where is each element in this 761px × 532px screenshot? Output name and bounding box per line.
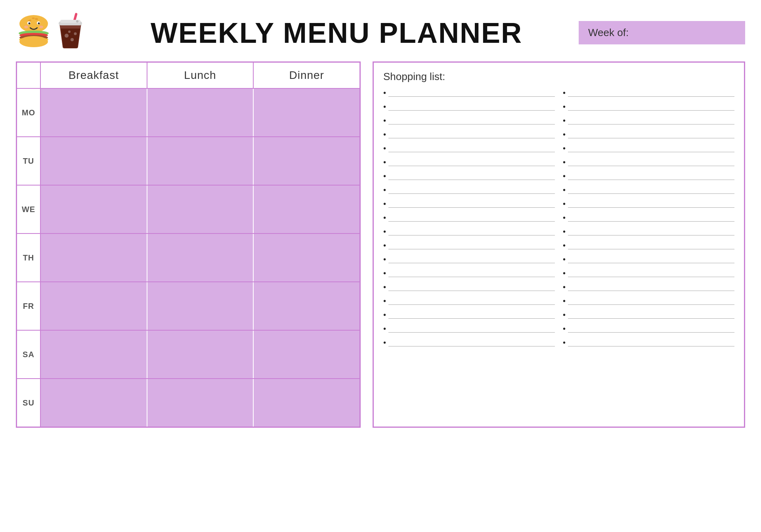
item-line[interactable] xyxy=(388,90,555,97)
item-line[interactable] xyxy=(568,90,734,97)
fr-lunch-cell[interactable] xyxy=(147,282,254,330)
shopping-item[interactable]: • xyxy=(563,297,734,306)
shopping-item[interactable]: • xyxy=(383,186,555,195)
item-line[interactable] xyxy=(388,256,555,263)
shopping-item[interactable]: • xyxy=(563,116,734,125)
item-line[interactable] xyxy=(388,228,555,235)
mo-breakfast-cell[interactable] xyxy=(41,89,147,136)
tu-lunch-cell[interactable] xyxy=(147,137,254,185)
item-line[interactable] xyxy=(388,117,555,124)
we-breakfast-cell[interactable] xyxy=(41,186,147,233)
item-line[interactable] xyxy=(568,312,734,319)
shopping-item[interactable]: • xyxy=(563,338,734,347)
item-line[interactable] xyxy=(388,214,555,222)
item-line[interactable] xyxy=(388,284,555,291)
shopping-item[interactable]: • xyxy=(563,130,734,139)
logo-area xyxy=(16,12,143,54)
mo-lunch-cell[interactable] xyxy=(147,89,254,136)
item-line[interactable] xyxy=(568,242,734,249)
su-dinner-cell[interactable] xyxy=(254,379,359,427)
su-lunch-cell[interactable] xyxy=(147,379,254,427)
shopping-item[interactable]: • xyxy=(563,158,734,167)
item-line[interactable] xyxy=(388,173,555,180)
shopping-item[interactable]: • xyxy=(383,158,555,167)
item-line[interactable] xyxy=(568,159,734,166)
shopping-item[interactable]: • xyxy=(563,241,734,250)
shopping-item[interactable]: • xyxy=(383,88,555,98)
item-line[interactable] xyxy=(568,284,734,291)
shopping-item[interactable]: • xyxy=(563,324,734,333)
we-lunch-cell[interactable] xyxy=(147,186,254,233)
shopping-item[interactable]: • xyxy=(563,144,734,153)
item-line[interactable] xyxy=(388,312,555,319)
item-line[interactable] xyxy=(568,103,734,111)
shopping-item[interactable]: • xyxy=(563,213,734,222)
item-line[interactable] xyxy=(568,325,734,333)
bullet-icon: • xyxy=(383,241,386,250)
item-line[interactable] xyxy=(568,131,734,138)
item-line[interactable] xyxy=(568,256,734,263)
shopping-item[interactable]: • xyxy=(383,255,555,264)
th-breakfast-cell[interactable] xyxy=(41,234,147,281)
shopping-item[interactable]: • xyxy=(383,269,555,278)
th-dinner-cell[interactable] xyxy=(254,234,359,281)
shopping-item[interactable]: • xyxy=(383,213,555,222)
shopping-item[interactable]: • xyxy=(563,227,734,236)
shopping-item[interactable]: • xyxy=(383,241,555,250)
fr-breakfast-cell[interactable] xyxy=(41,282,147,330)
svg-point-22 xyxy=(76,20,78,23)
item-line[interactable] xyxy=(388,242,555,249)
item-line[interactable] xyxy=(388,339,555,346)
tu-dinner-cell[interactable] xyxy=(254,137,359,185)
shopping-item[interactable]: • xyxy=(383,338,555,347)
item-line[interactable] xyxy=(388,145,555,152)
item-line[interactable] xyxy=(388,131,555,138)
item-line[interactable] xyxy=(568,201,734,208)
item-line[interactable] xyxy=(568,145,734,152)
shopping-item[interactable]: • xyxy=(383,130,555,139)
shopping-item[interactable]: • xyxy=(563,102,734,111)
item-line[interactable] xyxy=(388,103,555,111)
shopping-item[interactable]: • xyxy=(383,324,555,333)
shopping-item[interactable]: • xyxy=(563,88,734,98)
shopping-item[interactable]: • xyxy=(563,255,734,264)
shopping-item[interactable]: • xyxy=(383,116,555,125)
item-line[interactable] xyxy=(388,325,555,333)
shopping-item[interactable]: • xyxy=(563,283,734,292)
item-line[interactable] xyxy=(568,228,734,235)
item-line[interactable] xyxy=(388,270,555,277)
shopping-item[interactable]: • xyxy=(563,269,734,278)
item-line[interactable] xyxy=(568,187,734,194)
item-line[interactable] xyxy=(568,339,734,346)
item-line[interactable] xyxy=(388,187,555,194)
shopping-item[interactable]: • xyxy=(383,310,555,320)
item-line[interactable] xyxy=(568,117,734,124)
item-line[interactable] xyxy=(388,201,555,208)
item-line[interactable] xyxy=(568,214,734,222)
item-line[interactable] xyxy=(388,298,555,305)
shopping-item[interactable]: • xyxy=(563,199,734,209)
sa-breakfast-cell[interactable] xyxy=(41,331,147,378)
shopping-item[interactable]: • xyxy=(383,102,555,111)
shopping-item[interactable]: • xyxy=(383,283,555,292)
item-line[interactable] xyxy=(568,270,734,277)
shopping-item[interactable]: • xyxy=(383,297,555,306)
item-line[interactable] xyxy=(568,298,734,305)
shopping-item[interactable]: • xyxy=(563,172,734,181)
shopping-item[interactable]: • xyxy=(563,186,734,195)
th-lunch-cell[interactable] xyxy=(147,234,254,281)
shopping-item[interactable]: • xyxy=(383,172,555,181)
item-line[interactable] xyxy=(568,173,734,180)
shopping-item[interactable]: • xyxy=(563,310,734,320)
shopping-item[interactable]: • xyxy=(383,227,555,236)
mo-dinner-cell[interactable] xyxy=(254,89,359,136)
sa-lunch-cell[interactable] xyxy=(147,331,254,378)
shopping-item[interactable]: • xyxy=(383,199,555,209)
we-dinner-cell[interactable] xyxy=(254,186,359,233)
fr-dinner-cell[interactable] xyxy=(254,282,359,330)
tu-breakfast-cell[interactable] xyxy=(41,137,147,185)
item-line[interactable] xyxy=(388,159,555,166)
sa-dinner-cell[interactable] xyxy=(254,331,359,378)
shopping-item[interactable]: • xyxy=(383,144,555,153)
su-breakfast-cell[interactable] xyxy=(41,379,147,427)
